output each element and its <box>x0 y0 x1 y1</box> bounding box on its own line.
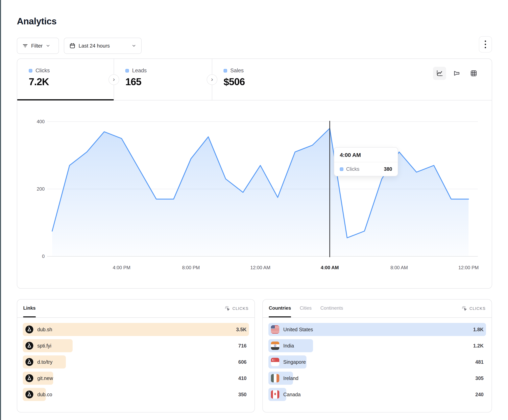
tab-sales[interactable]: Sales $506 <box>212 59 310 100</box>
stats-tabs-row: Clicks 7.2K Leads 165 Sales $506 › › <box>17 59 492 101</box>
area-chart-canvas: 02004004:00 PM8:00 PM12:00 AM4:00 AM8:00… <box>17 101 492 288</box>
link-label: git.new <box>37 376 53 381</box>
country-row[interactable]: United States 1.8K <box>268 323 486 336</box>
country-label: Singapore <box>283 359 306 365</box>
chevron-down-icon <box>132 43 136 48</box>
tooltip-value: 380 <box>384 166 392 172</box>
link-row[interactable]: d.to/try 606 <box>23 355 249 369</box>
cursor-click-icon <box>224 306 230 311</box>
country-row[interactable]: Ireland 305 <box>268 372 486 385</box>
svg-text:4:00 PM: 4:00 PM <box>113 265 130 270</box>
tooltip-series-label: Clicks <box>346 166 359 172</box>
link-row[interactable]: git.new 410 <box>23 372 249 385</box>
country-row[interactable]: Canada 240 <box>268 388 486 401</box>
line-chart-view-button[interactable] <box>433 67 446 80</box>
svg-text:0: 0 <box>42 253 45 259</box>
countries-rows: United States 1.8K India 1.2K <box>263 318 492 401</box>
country-value: 1.2K <box>473 343 484 349</box>
tab-cities[interactable]: Cities <box>300 300 312 317</box>
countries-tab-label: Countries <box>269 305 291 311</box>
country-label: Ireland <box>283 376 298 381</box>
line-chart-icon <box>436 70 443 77</box>
tab-leads[interactable]: Leads 165 <box>114 59 212 100</box>
country-value: 305 <box>475 376 484 381</box>
sales-tab-label: Sales <box>230 68 244 74</box>
filter-label: Filter <box>31 43 43 49</box>
link-value: 350 <box>238 392 247 398</box>
cities-tab-label: Cities <box>300 305 312 311</box>
expand-leads-button[interactable]: › <box>109 74 119 85</box>
link-row[interactable]: spti.fyi 716 <box>23 339 249 352</box>
chart-view-toggles <box>433 67 480 80</box>
links-metric-header[interactable]: CLICKS <box>224 306 248 311</box>
countries-metric-label: CLICKS <box>470 306 486 311</box>
more-options-button[interactable] <box>479 36 492 52</box>
tooltip-legend-swatch <box>340 167 343 171</box>
cursor-click-icon <box>462 306 467 311</box>
link-label: spti.fyi <box>37 343 51 349</box>
clicks-tab-value: 7.2K <box>29 76 114 87</box>
date-range-button[interactable]: Last 24 hours <box>64 38 142 54</box>
tab-countries[interactable]: Countries <box>269 300 291 317</box>
flag-canada-icon <box>271 390 279 398</box>
link-label: d.to/try <box>37 359 52 365</box>
links-metric-label: CLICKS <box>232 306 248 311</box>
countries-metric-header[interactable]: CLICKS <box>462 306 486 311</box>
country-value: 240 <box>475 392 484 398</box>
flag-us-icon <box>271 325 279 334</box>
flag-india-icon <box>271 341 279 350</box>
chart-tooltip: 4:00 AM Clicks 380 <box>334 147 398 176</box>
clicks-time-series-chart[interactable]: 02004004:00 PM8:00 PM12:00 AM4:00 AM8:00… <box>17 101 492 288</box>
calendar-icon <box>69 43 75 49</box>
links-tab-label: Links <box>23 305 36 311</box>
svg-text:4:00 AM: 4:00 AM <box>321 265 339 270</box>
link-value: 716 <box>238 343 247 349</box>
country-label: Canada <box>283 392 301 398</box>
tooltip-time: 4:00 AM <box>334 148 398 162</box>
links-panel: Links CLICKS dub.sh 3.5K <box>17 299 255 413</box>
svg-text:12:00 PM: 12:00 PM <box>458 265 479 270</box>
analytics-chart-card: Clicks 7.2K Leads 165 Sales $506 › › <box>17 58 492 289</box>
sales-legend-swatch <box>224 69 227 72</box>
date-range-label: Last 24 hours <box>79 43 110 49</box>
expand-sales-button[interactable]: › <box>207 74 217 85</box>
link-label: dub.sh <box>37 327 52 333</box>
country-label: United States <box>283 327 313 333</box>
table-view-button[interactable] <box>467 67 480 80</box>
continents-tab-label: Continents <box>320 305 343 311</box>
sales-tab-value: $506 <box>224 76 310 87</box>
tab-links[interactable]: Links <box>23 300 36 317</box>
tab-continents[interactable]: Continents <box>320 300 343 317</box>
flag-ireland-icon <box>271 374 279 382</box>
chevron-down-icon <box>46 43 50 48</box>
leads-tab-label: Leads <box>132 68 147 74</box>
tab-clicks[interactable]: Clicks 7.2K <box>17 59 114 100</box>
dub-favicon-icon <box>25 358 33 366</box>
country-value: 481 <box>475 359 484 365</box>
funnel-view-button[interactable] <box>450 67 463 80</box>
country-row[interactable]: Singapore 481 <box>268 355 486 369</box>
page-title: Analytics <box>17 16 57 27</box>
filter-icon <box>22 43 28 49</box>
funnel-icon <box>453 70 460 77</box>
filter-button[interactable]: Filter <box>17 38 59 54</box>
links-rows: dub.sh 3.5K spti.fyi 716 d.to/try 606 <box>17 318 254 401</box>
leads-legend-swatch <box>125 69 129 72</box>
link-row[interactable]: dub.sh 3.5K <box>23 323 249 336</box>
window-edge-strip <box>0 0 1 420</box>
dub-favicon-icon <box>25 391 33 398</box>
leads-tab-value: 165 <box>125 76 212 87</box>
svg-text:8:00 PM: 8:00 PM <box>182 265 200 270</box>
link-value: 606 <box>238 359 247 365</box>
link-row[interactable]: dub.co 350 <box>23 388 249 401</box>
dub-favicon-icon <box>25 374 33 382</box>
kebab-menu-icon <box>484 40 486 49</box>
country-value: 1.8K <box>473 327 484 333</box>
link-value: 3.5K <box>236 327 247 333</box>
clicks-tab-label: Clicks <box>36 68 50 74</box>
country-row[interactable]: India 1.2K <box>268 339 486 352</box>
dub-favicon-icon <box>25 342 33 350</box>
link-value: 410 <box>238 376 247 381</box>
country-label: India <box>283 343 294 349</box>
svg-text:400: 400 <box>37 119 45 124</box>
